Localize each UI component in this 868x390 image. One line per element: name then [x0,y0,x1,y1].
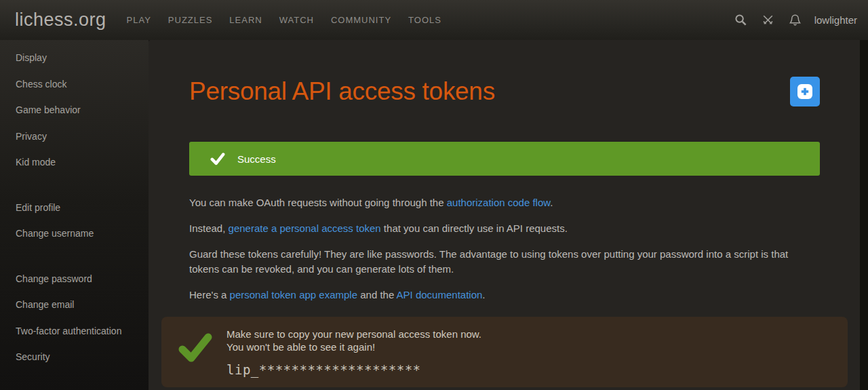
page-header: Personal API access tokens [189,77,820,106]
sidebar-item-change-email[interactable]: Change email [0,292,149,318]
sidebar-group: Edit profileChange username [0,195,149,247]
link-generate-a-personal-access-token[interactable]: generate a personal access token [229,222,381,234]
link-authorization-code-flow[interactable]: authorization code flow [447,197,551,208]
big-check-icon [178,332,213,387]
settings-sidebar: DisplayChess clockGame behaviorPrivacyKi… [0,40,149,390]
nav-item-play[interactable]: PLAY [127,15,151,25]
sidebar-item-edit-profile[interactable]: Edit profile [0,195,149,221]
new-token-button[interactable] [790,77,820,106]
sidebar-item-change-username[interactable]: Change username [0,220,149,247]
paragraph: You can make OAuth requests without goin… [189,195,820,210]
paragraph: Here's a personal token app example and … [189,288,820,303]
sidebar-group: DisplayChess clockGame behaviorPrivacyKi… [0,45,149,176]
sidebar-group: Change passwordChange emailTwo-factor au… [0,266,149,370]
paragraph: Instead, generate a personal access toke… [189,221,820,236]
nav-menu: PLAYPUZZLESLEARNWATCHCOMMUNITYTOOLS [127,15,441,25]
token-warning-line2: You won't be able to see it again! [226,340,481,353]
check-icon [210,152,225,165]
link-personal-token-app-example[interactable]: personal token app example [230,289,357,300]
main-panel: Personal API access tokens Success Yo [149,40,860,390]
token-warning-line1: Make sure to copy your new personal acce… [226,328,481,340]
nav-item-learn[interactable]: LEARN [229,15,262,25]
paragraph: Guard these tokens carefully! They are l… [189,247,820,277]
paragraph-text: Here's a [189,289,230,300]
paragraph-text: . [482,289,485,300]
search-icon[interactable] [728,8,755,33]
sidebar-item-game-behavior[interactable]: Game behavior [0,97,149,123]
nav-item-community[interactable]: COMMUNITY [331,15,391,25]
paragraph-text: and the [357,289,397,300]
sidebar-item-two-factor-authentication[interactable]: Two-factor authentication [0,318,149,345]
page-title: Personal API access tokens [189,77,495,106]
nav-item-watch[interactable]: WATCH [279,15,314,25]
token-value[interactable]: lip_******************** [226,362,481,377]
sidebar-item-display[interactable]: Display [0,45,149,71]
paragraph-text: . [550,197,553,208]
plus-square-icon [797,83,813,100]
paragraph-text: that you can directly use in API request… [381,222,568,234]
paragraph-text: Instead, [189,222,229,234]
nav-item-puzzles[interactable]: PUZZLES [168,15,213,25]
user-menu[interactable]: lowlighter [814,14,857,26]
scrollbar-track[interactable] [860,40,868,390]
sidebar-item-kid-mode[interactable]: Kid mode [0,149,149,176]
top-nav: lichess.org PLAYPUZZLESLEARNWATCHCOMMUNI… [0,0,868,40]
sidebar-item-privacy[interactable]: Privacy [0,123,149,150]
crossed-swords-icon[interactable] [755,8,782,33]
bell-icon[interactable] [782,8,809,33]
sidebar-item-chess-clock[interactable]: Chess clock [0,71,149,98]
sidebar-item-security[interactable]: Security [0,344,149,370]
success-banner: Success [189,142,820,176]
nav-item-tools[interactable]: TOOLS [408,15,441,25]
site-logo[interactable]: lichess.org [15,9,106,31]
paragraph-text: You can make OAuth requests without goin… [189,197,447,208]
intro-paragraphs: You can make OAuth requests without goin… [189,195,820,303]
nav-right: lowlighter [728,8,857,33]
link-api-documentation[interactable]: API documentation [397,289,483,300]
new-token-box: Make sure to copy your new personal acce… [161,317,848,387]
sidebar-item-change-password[interactable]: Change password [0,266,149,292]
success-banner-label: Success [237,153,276,165]
paragraph-text: Guard these tokens carefully! They are l… [189,248,788,275]
